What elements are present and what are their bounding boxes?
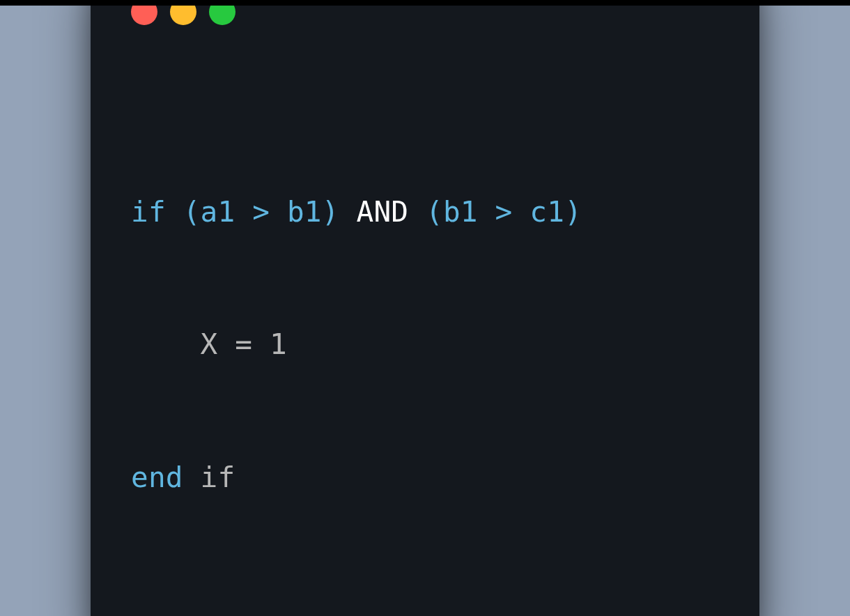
code-window: if (a1 > b1) AND (b1 > c1) X = 1 end if [91, 0, 759, 616]
keyword-and: AND [357, 195, 409, 229]
close-icon[interactable] [131, 0, 157, 25]
code-text: b1) [270, 195, 356, 229]
operator: = [235, 328, 252, 361]
operator: > [252, 195, 270, 229]
code-line-2: X = 1 [131, 323, 719, 367]
keyword-if: if [201, 461, 235, 494]
code-block: if (a1 > b1) AND (b1 > c1) X = 1 end if [131, 102, 719, 589]
keyword-if: if [131, 195, 166, 229]
code-line-3: end if [131, 456, 719, 500]
maximize-icon[interactable] [209, 0, 235, 25]
traffic-lights [131, 0, 719, 25]
code-line-1: if (a1 > b1) AND (b1 > c1) [131, 190, 719, 235]
code-text: (b1 [408, 195, 495, 229]
number: 1 [270, 328, 287, 361]
variable: X [131, 328, 235, 361]
keyword-end: end [131, 461, 183, 494]
code-text [183, 461, 201, 494]
code-text: (a1 [166, 195, 252, 229]
code-text [252, 328, 270, 361]
operator: > [495, 195, 513, 229]
minimize-icon[interactable] [170, 0, 196, 25]
code-text: c1) [512, 195, 582, 229]
